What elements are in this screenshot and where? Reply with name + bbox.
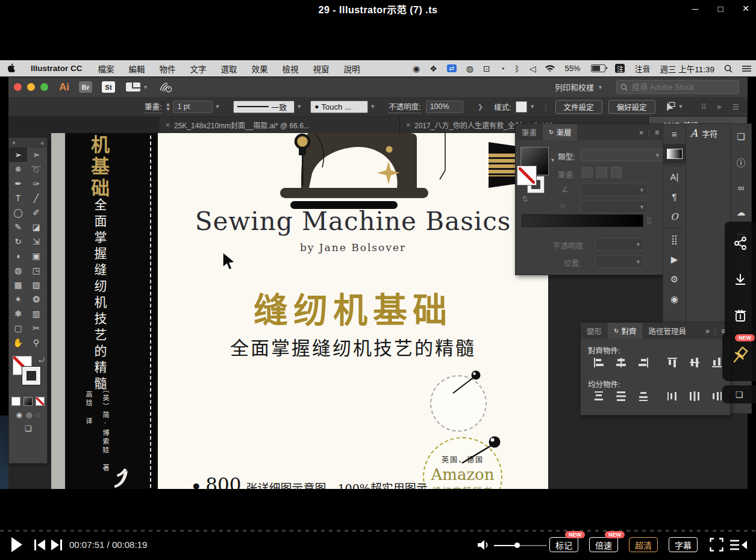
tab-close-icon[interactable]: × (406, 121, 410, 129)
play-button[interactable] (11, 537, 23, 553)
control-menu-icon[interactable]: ☰ (733, 102, 739, 111)
notification-center-icon[interactable] (737, 65, 756, 72)
volume-knob[interactable] (514, 543, 520, 548)
align-center-horizontal-icon[interactable] (615, 356, 627, 369)
distribute-right-icon[interactable] (711, 390, 723, 402)
tool-paintbrush[interactable]: ✐ (27, 205, 45, 220)
panel-expand-icon[interactable]: » (639, 128, 643, 137)
dock-type-icon[interactable]: A| (663, 167, 686, 187)
tool-shape-builder[interactable]: ◍ (9, 263, 27, 278)
opacity-expand-chevron[interactable]: ❯ (478, 103, 483, 111)
dock-opentype-icon[interactable]: O (663, 207, 686, 226)
dock-info-icon[interactable]: ⓘ (731, 149, 751, 175)
preferences-button[interactable]: 偏好設定 (608, 100, 655, 114)
tool-slice[interactable]: ✂ (27, 321, 45, 335)
apple-icon[interactable] (0, 63, 22, 74)
stock-search-input[interactable] (631, 82, 717, 92)
tool-zoom[interactable]: ⚲ (27, 335, 45, 350)
pushpin-icon[interactable] (731, 346, 749, 367)
stroke-weight-value[interactable]: 1 pt (173, 101, 213, 113)
quality-button[interactable]: 超清 (629, 537, 658, 552)
doc-tab-1[interactable]: × 25K_148x210mm封面__兩款.ai* @ 66.6... (160, 117, 400, 133)
swirl-icon[interactable]: ◍ (461, 64, 478, 73)
close-button[interactable]: × (737, 1, 754, 16)
dock-stub-icon[interactable]: ❑ (722, 385, 756, 403)
fullscreen-icon[interactable] (710, 538, 723, 552)
playlist-toggle-icon[interactable] (730, 539, 747, 551)
isolate-selection-icon[interactable]: ▼ (664, 102, 684, 111)
marker-pin-overlay[interactable]: NEW (722, 332, 756, 381)
character-panel-tab[interactable]: 字符 (702, 128, 717, 139)
reverse-gradient-icon[interactable]: ⇅ (522, 194, 528, 204)
dock-paragraph-icon[interactable]: ¶ (663, 187, 686, 207)
tools-close-icon[interactable]: × (12, 140, 16, 146)
maximize-button[interactable]: □ (712, 1, 729, 16)
menu-view[interactable]: 檢視 (275, 63, 306, 75)
screen-record-icon[interactable]: ◉ (408, 64, 425, 73)
gradient-opacity-select[interactable]: ▼ (595, 238, 645, 250)
next-button[interactable] (51, 540, 63, 550)
tab-gradient[interactable]: ↻漸層 (543, 124, 577, 140)
align-top-icon[interactable] (666, 356, 678, 369)
gradient-mode-swatch[interactable] (23, 397, 33, 406)
gradient-swatch-chevron[interactable]: ▼ (550, 157, 555, 163)
stroke-along-icon[interactable] (596, 167, 607, 178)
gradient-slider[interactable] (522, 214, 643, 227)
opacity-value[interactable]: 100% (426, 101, 463, 113)
tool-width[interactable]: ◖ (9, 249, 27, 263)
artwork-backcover-strip[interactable] (51, 133, 65, 489)
tool-hand[interactable]: ✋ (9, 335, 27, 350)
stroke-stepper[interactable]: ▲▼ (165, 102, 170, 111)
teamviewer-icon[interactable]: ⇄ (442, 64, 461, 72)
tab-transform[interactable]: 變形 (581, 323, 608, 339)
tool-symbol-sprayer[interactable]: ❃ (9, 306, 27, 321)
minimize-button[interactable]: ─ (687, 1, 704, 16)
tool-type[interactable]: T (9, 191, 27, 205)
none-mode-swatch[interactable] (36, 397, 45, 406)
distribute-center-vertical-icon[interactable] (615, 390, 627, 402)
dock-gear-icon[interactable]: ⚙ (663, 269, 686, 289)
menubar-clock[interactable]: 週三 上午11:39 (655, 63, 719, 75)
stroke-within-icon[interactable] (582, 167, 593, 178)
distribute-top-icon[interactable] (593, 390, 605, 402)
delete-stop-icon[interactable]: ▯ (647, 215, 651, 224)
bluetooth-icon[interactable]: ᛒ (510, 64, 524, 73)
gradient-angle-select[interactable]: ▼ (581, 184, 648, 196)
share-icon[interactable] (733, 236, 748, 250)
dropbox-icon[interactable]: ❖ (425, 64, 442, 73)
touch-workspace-icon[interactable]: ⠿ (701, 102, 707, 111)
distribute-center-horizontal-icon[interactable] (689, 390, 701, 402)
input-method-icon[interactable]: 注 (610, 64, 629, 73)
artwork-spine[interactable]: 机基础 全面掌握缝纫机技艺的精髓 （英）简·博索娃 著 高焓 译 (65, 133, 158, 489)
gpu-performance-icon[interactable] (159, 82, 172, 93)
align-left-icon[interactable] (593, 356, 605, 369)
tool-scale[interactable]: ⇲ (27, 234, 45, 249)
draw-behind-icon[interactable]: ◎ (26, 411, 32, 419)
brush-select[interactable]: ● Touch ... (310, 101, 368, 113)
mac-zoom-light[interactable] (40, 83, 48, 91)
menu-edit[interactable]: 編輯 (122, 63, 152, 75)
tool-artboard[interactable]: ▢ (9, 321, 27, 335)
tool-free-transform[interactable]: ▣ (27, 249, 45, 263)
gradient-location-select[interactable]: ▼ (595, 255, 645, 268)
align-right-icon[interactable] (637, 356, 649, 369)
dock-actions-icon[interactable]: ▶ (663, 249, 686, 269)
document-setup-button[interactable]: 文件設定 (555, 100, 602, 114)
distribute-bottom-icon[interactable] (637, 390, 649, 402)
dock-links-icon[interactable]: ∞ (731, 175, 751, 200)
tab-align[interactable]: ↻對齊 (608, 323, 642, 339)
menu-app-name[interactable]: Illustrator CC (22, 64, 91, 73)
download-icon[interactable] (733, 272, 748, 287)
volume-icon[interactable]: ◁ (525, 64, 541, 73)
tool-lasso[interactable]: ➰ (27, 162, 45, 176)
gradient-aspect-select[interactable]: ▼ (581, 201, 648, 213)
input-method-name[interactable]: 注音 (629, 63, 655, 74)
tool-mesh[interactable]: ▦ (9, 278, 27, 292)
menu-select[interactable]: 選取 (214, 63, 245, 75)
screen-mode-icon[interactable]: ❏ (25, 424, 32, 433)
tab-stroke[interactable]: 筆畫 (516, 124, 543, 140)
stroke-across-icon[interactable] (611, 167, 622, 178)
bridge-button[interactable]: Br (79, 81, 92, 93)
spotlight-icon[interactable] (719, 64, 737, 73)
tool-pencil[interactable]: ✎ (9, 220, 27, 234)
